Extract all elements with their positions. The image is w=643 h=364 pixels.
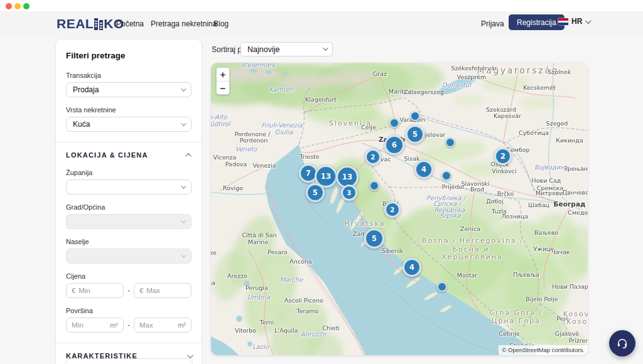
euro-icon: € (72, 287, 75, 294)
property-type-select[interactable]: Kuća (66, 117, 192, 132)
croatia-flag-icon (558, 18, 568, 25)
property-marker[interactable] (441, 171, 451, 181)
sidebar-bottom-button[interactable] (65, 358, 193, 364)
settlement-select (66, 249, 192, 264)
location-price-section-header[interactable]: LOKACIJA & CIJENA (66, 151, 192, 159)
filters-panel: Filteri pretrage Transakcija Prodaja Vrs… (55, 39, 202, 364)
area-max-box: m² (134, 318, 192, 333)
building-icon (94, 18, 103, 30)
price-min-input[interactable] (78, 287, 118, 294)
transaction-value: Prodaja (73, 85, 99, 94)
city-select (66, 214, 192, 229)
property-marker[interactable] (445, 137, 455, 147)
sqm-unit: m² (178, 321, 186, 329)
area-min-box: m² (66, 318, 124, 333)
zoom-in-button[interactable]: + (217, 68, 229, 81)
chevron-down-icon (323, 45, 328, 50)
area-label: Površina (66, 307, 192, 314)
cluster-marker[interactable]: 4 (403, 258, 421, 277)
window-close-button[interactable] (6, 3, 12, 9)
cluster-marker[interactable]: 5 (406, 125, 424, 144)
cluster-marker[interactable]: 2 (384, 201, 401, 218)
chevron-up-icon (185, 153, 192, 159)
chevron-down-icon (181, 218, 186, 223)
cluster-marker[interactable]: 5 (364, 228, 384, 249)
divider (56, 142, 202, 142)
range-separator: - (127, 286, 130, 295)
euro-icon: € (139, 287, 143, 294)
window-maximize-button[interactable] (23, 3, 30, 9)
property-marker[interactable] (389, 118, 399, 128)
cluster-marker[interactable]: 4 (414, 160, 433, 179)
property-marker[interactable] (369, 181, 379, 191)
chevron-down-icon (181, 120, 186, 126)
area-min-input[interactable] (72, 321, 107, 329)
headset-icon (616, 337, 629, 350)
property-type-label: Vrsta nekretnine (66, 106, 192, 114)
chevron-down-icon (187, 352, 193, 358)
nav-home[interactable]: Početna (116, 19, 144, 28)
transaction-label: Transakcija (66, 72, 192, 79)
window-minimize-button[interactable] (14, 3, 21, 9)
property-marker[interactable] (410, 111, 420, 121)
area-range: m² - m² (66, 318, 192, 333)
property-type-value: Kuća (73, 120, 90, 129)
filters-title: Filteri pretrage (66, 51, 192, 60)
transaction-select[interactable]: Prodaja (66, 82, 192, 97)
county-label: Županija (66, 169, 192, 176)
map-canvas[interactable]: SteiermarkGrazKärntenKlagenfurtMariborSl… (211, 63, 588, 355)
support-fab[interactable] (609, 330, 635, 356)
chevron-down-icon (181, 86, 186, 91)
settlement-label: Naselje (66, 238, 192, 245)
cluster-marker[interactable]: 5 (306, 183, 325, 202)
map-panel[interactable]: SteiermarkGrazKärntenKlagenfurtMariborSl… (211, 63, 588, 355)
map-attribution[interactable]: © OpenStreetMap contributors. (499, 345, 588, 355)
register-button[interactable]: Registracija (509, 14, 565, 30)
zoom-out-button[interactable]: − (217, 81, 229, 94)
divider (56, 343, 202, 343)
property-marker[interactable] (437, 282, 447, 292)
chevron-down-icon (181, 252, 186, 257)
price-range: € - € (66, 283, 192, 298)
cluster-marker[interactable]: 2 (365, 149, 381, 165)
site-header: REAL KO Početna Pretraga nekretnina Blog… (0, 11, 643, 36)
cluster-marker[interactable]: 3 (341, 185, 357, 201)
logo[interactable]: REAL KO (57, 16, 124, 31)
cluster-marker[interactable]: 2 (494, 147, 512, 165)
price-label: Cijena (66, 272, 192, 280)
login-link[interactable]: Prijava (481, 19, 504, 28)
cluster-marker[interactable]: 6 (384, 135, 404, 155)
price-min-box: € (66, 283, 124, 298)
sqm-unit: m² (110, 321, 118, 329)
range-separator: - (127, 321, 130, 329)
price-max-input[interactable] (146, 287, 186, 294)
area-max-input[interactable] (139, 321, 175, 329)
city-label: Grad/Općina (66, 203, 192, 211)
nav-blog[interactable]: Blog (213, 19, 229, 28)
language-code: HR (571, 17, 582, 26)
chevron-down-icon (181, 183, 186, 188)
nav-property-search[interactable]: Pretraga nekretnina (151, 19, 217, 28)
sort-value: Najnovije (247, 45, 279, 54)
language-selector[interactable]: HR (558, 17, 590, 26)
chevron-down-icon (585, 18, 592, 24)
sort-select[interactable]: Najnovije (240, 42, 333, 56)
map-zoom-control: + − (216, 67, 230, 95)
section-title: LOKACIJA & CIJENA (66, 151, 148, 159)
county-select[interactable] (66, 179, 192, 195)
price-max-box: € (134, 283, 192, 298)
window-titlebar (0, 0, 643, 11)
logo-text-left: REAL (57, 16, 94, 31)
